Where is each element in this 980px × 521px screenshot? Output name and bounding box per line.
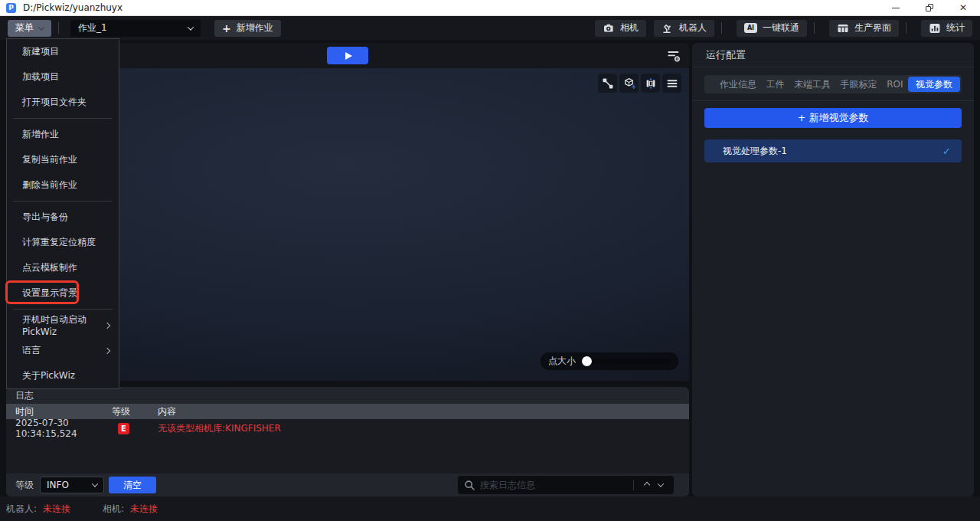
menu-item-autostart-pickwiz[interactable]: 开机时自动启动PickWiz bbox=[7, 313, 119, 338]
play-icon bbox=[345, 52, 352, 60]
log-panel: 日志 时间 等级 内容 2025-07-30 10:34:15,524 E 无该… bbox=[6, 387, 689, 496]
slider-thumb[interactable] bbox=[582, 356, 592, 366]
titlebar: P D:/Pickwiz/yuanzhuyx ✕ bbox=[0, 0, 980, 16]
add-job-button[interactable]: + 新增作业 bbox=[214, 20, 281, 37]
main-menu-dropdown: 新建项目 加载项目 打开项目文件夹 新增作业 复制当前作业 删除当前作业 导出与… bbox=[6, 38, 119, 389]
window-controls: ✕ bbox=[879, 0, 980, 16]
minimize-icon bbox=[892, 8, 900, 8]
plus-icon: + bbox=[222, 23, 231, 34]
log-col-time: 时间 bbox=[6, 405, 112, 418]
tab-workpiece[interactable]: 工件 bbox=[762, 78, 789, 91]
log-row-level-cell: E bbox=[112, 423, 158, 434]
tab-hand-eye-calib[interactable]: 手眼标定 bbox=[836, 78, 882, 91]
close-icon: ✕ bbox=[959, 3, 967, 12]
log-title: 日志 bbox=[15, 389, 34, 402]
check-icon: ✓ bbox=[942, 146, 951, 157]
ai-link-button[interactable]: AI 一键联通 bbox=[737, 20, 807, 37]
chevron-down-icon bbox=[92, 480, 98, 487]
menu-item-about-pickwiz[interactable]: 关于PickWiz bbox=[7, 363, 119, 388]
stats-button[interactable]: 统计 bbox=[921, 20, 972, 37]
run-config-tabs-wrap: 作业信息 工件 末端工具 手眼标定 ROI 视觉参数 bbox=[692, 67, 974, 101]
menu-item-load-project[interactable]: 加载项目 bbox=[7, 64, 119, 90]
error-level-badge: E bbox=[118, 423, 129, 434]
minimize-button[interactable] bbox=[879, 0, 913, 16]
log-row-time: 2025-07-30 10:34:15,524 bbox=[6, 418, 112, 439]
vision-param-item[interactable]: 视觉处理参数-1 ✓ bbox=[704, 139, 962, 162]
clear-log-button[interactable]: 清空 bbox=[109, 477, 156, 493]
log-col-content: 内容 bbox=[158, 405, 689, 418]
cube-plus-icon: + bbox=[623, 77, 635, 90]
point-size-slider[interactable] bbox=[582, 359, 671, 364]
log-col-level: 等级 bbox=[112, 405, 158, 418]
chevron-down-icon bbox=[188, 24, 194, 30]
production-view-button[interactable]: 生产界面 bbox=[829, 20, 899, 37]
tab-vision-params[interactable]: 视觉参数 bbox=[908, 77, 960, 92]
search-prev-button[interactable] bbox=[640, 478, 654, 492]
menu-item-open-project-folder[interactable]: 打开项目文件夹 bbox=[7, 90, 119, 115]
toolbar-separator bbox=[814, 22, 815, 34]
log-level-select[interactable]: INFO bbox=[40, 477, 104, 493]
run-button[interactable] bbox=[327, 47, 368, 64]
search-icon bbox=[464, 480, 475, 491]
chevron-down-icon bbox=[38, 24, 44, 30]
run-config-title: 运行配置 bbox=[692, 43, 974, 67]
toolbar-separator bbox=[721, 22, 722, 34]
node-link-icon bbox=[602, 77, 614, 90]
menu-item-set-display-background[interactable]: 设置显示背景 bbox=[7, 280, 119, 306]
menu-button[interactable]: 菜单 bbox=[8, 20, 51, 37]
add-cube-tool-button[interactable]: + bbox=[619, 74, 639, 93]
camera-status-value: 未连接 bbox=[130, 503, 158, 516]
tab-roi[interactable]: ROI bbox=[882, 79, 907, 90]
restore-button[interactable] bbox=[913, 0, 946, 16]
menu-item-export-backup[interactable]: 导出与备份 bbox=[7, 205, 119, 230]
toolbar-right-group: 相机 机器人 AI 一键联通 生产界面 统计 bbox=[587, 20, 972, 37]
production-view-label: 生产界面 bbox=[854, 21, 891, 34]
clip-box-tool-button[interactable] bbox=[641, 74, 660, 93]
vision-param-item-label: 视觉处理参数-1 bbox=[723, 145, 787, 158]
run-config-tabs: 作业信息 工件 末端工具 手眼标定 ROI 视觉参数 bbox=[704, 75, 962, 93]
statusbar: 机器人: 未连接 相机: 未连接 bbox=[0, 496, 980, 521]
job-select[interactable]: 作业_1 bbox=[70, 20, 201, 37]
robot-button[interactable]: 机器人 bbox=[654, 20, 714, 37]
toolbar-separator bbox=[58, 22, 59, 34]
log-row-message: 无该类型相机库:KINGFISHER bbox=[158, 422, 689, 435]
viewport-menu-button[interactable] bbox=[662, 74, 681, 93]
menu-button-label: 菜单 bbox=[15, 21, 34, 34]
restore-icon bbox=[926, 4, 933, 11]
log-row[interactable]: 2025-07-30 10:34:15,524 E 无该类型相机库:KINGFI… bbox=[6, 419, 689, 437]
tab-job-info[interactable]: 作业信息 bbox=[715, 78, 761, 91]
search-next-button[interactable] bbox=[654, 478, 668, 492]
search-separator bbox=[633, 480, 634, 490]
menu-item-new-project[interactable]: 新建项目 bbox=[7, 39, 119, 64]
menu-item-pointcloud-template[interactable]: 点云模板制作 bbox=[7, 255, 119, 280]
point-size-control: 点大小 bbox=[541, 352, 678, 370]
toolbar: 菜单 作业_1 + 新增作业 相机 机器人 AI 一键联通 bbox=[0, 16, 980, 40]
tab-end-tool[interactable]: 末端工具 bbox=[789, 78, 835, 91]
run-config-panel: 运行配置 作业信息 工件 末端工具 手眼标定 ROI 视觉参数 + 新增视觉参数… bbox=[692, 43, 974, 496]
menu-item-language[interactable]: 语言 bbox=[7, 338, 119, 363]
menu-item-repeat-accuracy[interactable]: 计算重复定位精度 bbox=[7, 230, 119, 255]
add-vision-param-button[interactable]: + 新增视觉参数 bbox=[704, 108, 962, 128]
robot-icon bbox=[662, 22, 674, 34]
camera-button[interactable]: 相机 bbox=[595, 20, 646, 37]
ai-icon: AI bbox=[744, 23, 757, 33]
log-level-label: 等级 bbox=[15, 479, 34, 492]
robot-status-value: 未连接 bbox=[43, 503, 70, 516]
job-select-value: 作业_1 bbox=[78, 21, 107, 34]
app-logo-icon: P bbox=[6, 3, 16, 13]
menu-item-delete-current-job[interactable]: 删除当前作业 bbox=[7, 172, 119, 198]
camera-status-label: 相机: bbox=[103, 503, 124, 516]
chevron-up-icon bbox=[644, 482, 650, 488]
menu-item-language-label: 语言 bbox=[22, 344, 41, 357]
log-search-input[interactable] bbox=[480, 480, 627, 490]
measure-tool-button[interactable] bbox=[598, 74, 617, 93]
menu-separator bbox=[13, 118, 113, 119]
close-button[interactable]: ✕ bbox=[946, 0, 980, 16]
menu-item-copy-current-job[interactable]: 复制当前作业 bbox=[7, 147, 119, 172]
display-settings-icon[interactable] bbox=[666, 48, 681, 64]
app-window: P D:/Pickwiz/yuanzhuyx ✕ 菜单 作业_1 + 新增作业 … bbox=[0, 0, 980, 521]
menu-item-add-job[interactable]: 新增作业 bbox=[7, 122, 119, 147]
bar-chart-icon bbox=[929, 22, 941, 34]
stats-label: 统计 bbox=[946, 21, 965, 34]
ai-link-label: 一键联通 bbox=[763, 21, 799, 34]
